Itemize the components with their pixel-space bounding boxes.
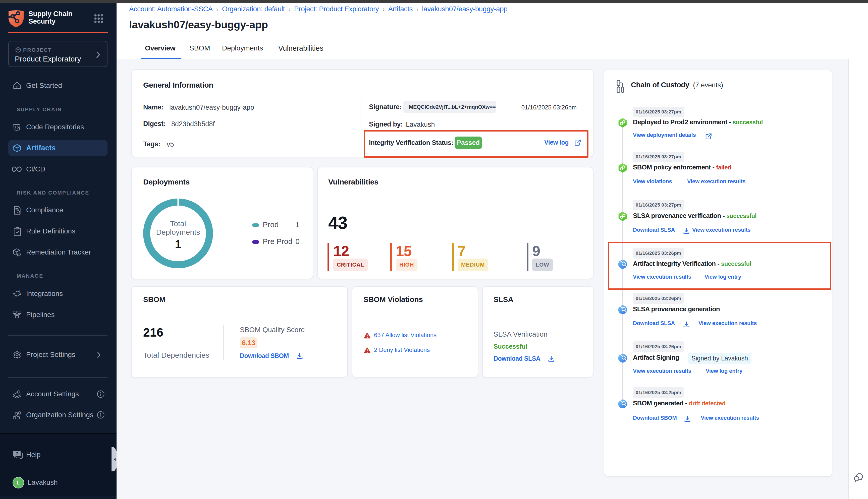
svg-text:?: ? — [15, 451, 18, 455]
